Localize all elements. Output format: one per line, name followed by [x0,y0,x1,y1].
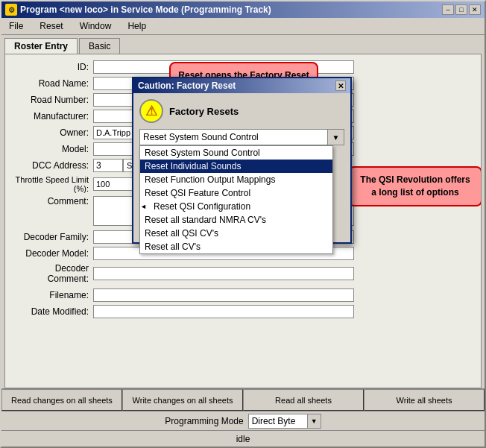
dropdown-item-2[interactable]: Reset Function Output Mappings [140,173,332,186]
read-changes-button[interactable]: Read changes on all sheets [1,389,122,411]
date-modified-input[interactable] [93,305,354,318]
dropdown-item-0[interactable]: Reset System Sound Control [140,146,332,160]
prog-mode-dropdown-button[interactable]: ▼ [308,414,321,429]
tab-bar: Roster Entry Basic [1,35,485,54]
comment-label: Comment: [11,196,93,206]
dropdown-item-6[interactable]: Reset all QSI CV's [140,227,332,240]
prog-mode-value[interactable]: Direct Byte [248,414,308,429]
id-label: ID: [11,62,93,72]
model-label: Model: [11,144,93,154]
decoder-family-label: Decoder Family: [11,232,93,242]
owner-label: Owner: [11,127,93,138]
maximize-button[interactable]: □ [455,4,467,15]
title-bar: ⚙ Program <new loco> in Service Mode (Pr… [1,1,485,18]
dropdown-container: Reset System Sound Control ▼ Reset Syste… [139,129,344,145]
dropdown-item-5[interactable]: Reset all standard NMRA CV's [140,213,332,227]
title-controls: – □ ✕ [442,4,481,15]
decoder-comment-row: Decoder Comment: [11,263,475,284]
dropdown-item-3[interactable]: Reset QSI Feature Control [140,186,332,200]
scroll-left-icon[interactable]: ◄ [140,203,149,210]
dialog-title-bar: Caution: Factory Reset ✕ [133,78,350,93]
dropdown-item-7[interactable]: Reset all CV's [140,240,332,253]
dropdown-selected[interactable]: Reset System Sound Control [139,129,328,145]
write-changes-button[interactable]: Write changes on all sheets [122,389,243,411]
warning-icon: ⚠ [139,99,163,123]
factory-resets-label: Factory Resets [169,106,239,117]
status-bar: idle [1,430,485,447]
dialog-title: Caution: Factory Reset [138,81,236,91]
filename-input[interactable] [93,288,354,302]
decoder-model-label: Decoder Model: [11,248,93,259]
read-all-button[interactable]: Read all sheets [243,389,364,411]
throttle-label: Throttle Speed Limit (%): [11,175,93,193]
window-title: Program <new loco> in Service Mode (Prog… [20,4,271,15]
tab-roster-entry[interactable]: Roster Entry [4,38,78,54]
dropdown-item-4[interactable]: Reset QSI Configuration [149,200,332,213]
menu-window[interactable]: Window [75,19,116,33]
dropdown-item-1[interactable]: Reset Individual Sounds [140,160,332,173]
dialog-close-button[interactable]: ✕ [335,81,346,91]
date-modified-row: Date Modified: [11,305,475,318]
write-all-button[interactable]: Write all sheets [364,389,485,411]
filename-row: Filename: [11,288,475,302]
status-text: idle [236,434,250,444]
filename-label: Filename: [11,290,93,300]
dcc-number-input[interactable] [93,159,123,172]
dropdown-item-4-row: ◄ Reset QSI Configuration [140,200,332,213]
road-number-label: Road Number: [11,95,93,105]
menu-file[interactable]: File [4,19,28,33]
menu-help[interactable]: Help [123,19,151,33]
app-icon: ⚙ [5,4,17,16]
tab-basic[interactable]: Basic [79,38,120,54]
decoder-comment-label: Decoder Comment: [11,263,93,284]
dropdown-list: Reset System Sound Control Reset Individ… [139,145,333,254]
decoder-comment-input[interactable] [93,267,354,280]
date-modified-label: Date Modified: [11,306,93,317]
prog-mode-select-container: Direct Byte ▼ [248,414,321,429]
manufacturer-label: Manufacturer: [11,111,93,122]
main-content: ID: Road Name: Road Number: Manufacturer… [4,54,482,388]
dropdown-arrow-button[interactable]: ▼ [328,129,344,145]
programming-mode-bar: Programming Mode Direct Byte ▼ [1,411,485,430]
dcc-address-label: DCC Address: [11,160,93,171]
factory-reset-dialog: Caution: Factory Reset ✕ ⚠ Factory Reset… [132,77,352,244]
minimize-button[interactable]: – [442,4,454,15]
dialog-header: ⚠ Factory Resets [139,99,344,123]
menu-reset[interactable]: Reset [35,19,67,33]
close-button[interactable]: ✕ [469,4,481,15]
prog-mode-label: Programming Mode [165,416,243,426]
bottom-buttons: Read changes on all sheets Write changes… [1,388,485,411]
road-name-label: Road Name: [11,78,93,89]
menu-bar: File Reset Window Help [1,18,485,35]
callout-qsi: The QSI Revolution offers a long list of… [348,166,482,206]
